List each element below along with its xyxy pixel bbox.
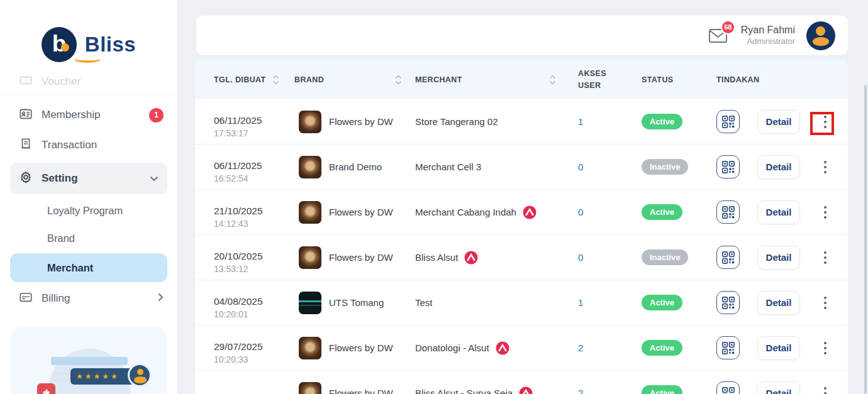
status-cell: Active [637,340,708,356]
merchant-cell: Store Tangerang 02 [415,116,569,127]
status-cell: Active [637,385,708,394]
red-chevron-badge-icon [464,251,478,265]
sidebar-menu: Voucher Membership 1 Transaction Setting [0,69,177,314]
logo-smile-underline [74,55,101,63]
brand-cell: Flowers by DW [292,246,415,269]
brand-thumbnail [299,246,321,269]
brand-thumbnail [299,382,321,394]
status-badge: Active [642,385,682,394]
akses-user-count: 0 [578,207,583,217]
merchant-name: Bliss Alsut - Surya Seja [415,388,513,394]
status-cell: Active [637,204,708,220]
actions-cell: Detail [708,155,848,179]
detail-button[interactable]: Detail [757,336,800,360]
sidebar-item-setting[interactable]: Setting [10,163,167,194]
kebab-menu-icon[interactable] [819,246,832,269]
date-text: 04/08/2025 [214,296,292,307]
brand-name: Flowers by DW [329,388,393,394]
notification-count-badge: 68 [721,20,735,35]
sidebar-illustration: ★★★★★ [11,327,167,394]
brand-cell: Flowers by DW [292,382,415,394]
created-date-cell: 21/10/202514:12:43 [195,196,292,229]
sidebar: b Bliss Voucher Membership 1 Transaction [0,0,178,394]
sidebar-item-transaction[interactable]: Transaction [0,130,177,160]
qr-code-button[interactable] [716,381,740,394]
user-name: Ryan Fahmi [741,24,795,36]
detail-button[interactable]: Detail [757,200,800,224]
sidebar-item-label: Voucher [42,75,164,88]
kebab-menu-icon[interactable] [819,382,832,394]
actions-cell: Detail [708,246,848,270]
chevron-right-icon [158,292,164,305]
akses-user-count: 1 [578,116,583,127]
brand-thumbnail [299,337,321,359]
qr-code-icon [722,206,735,219]
qr-code-icon [722,251,735,264]
akses-user-count: 0 [578,161,583,172]
kebab-menu-icon[interactable] [819,201,832,224]
merchant-name: Bliss Alsut [415,252,458,263]
qr-code-button[interactable] [716,110,740,133]
qr-code-button[interactable] [716,155,740,178]
actions-cell: Detail [708,381,848,394]
sidebar-item-billing[interactable]: Billing [0,283,177,314]
thumbs-up-icon [37,383,55,394]
sidebar-subitem-brand[interactable]: Brand [0,224,177,252]
qr-code-button[interactable] [716,200,740,224]
actions-cell: Detail [708,336,848,360]
brand-thumbnail [299,111,321,133]
time-text: 14:12:43 [214,219,292,229]
subitem-label: Brand [47,233,75,244]
status-badge: Active [642,295,682,310]
qr-code-button[interactable] [716,336,740,359]
detail-button[interactable]: Detail [757,291,800,315]
brand-name: Flowers by DW [329,207,393,217]
date-text: 06/11/2025 [214,115,292,126]
status-badge: Active [642,114,682,129]
brand-cell: Brand Demo [292,156,415,178]
chevron-down-icon [150,172,159,185]
kebab-menu-icon[interactable] [819,156,832,178]
sidebar-subitem-loyalty-program[interactable]: Loyalty Program [0,197,177,224]
qr-code-button[interactable] [716,246,740,269]
merchant-cell: Merchant Cabang Indah [415,205,569,219]
sidebar-item-membership[interactable]: Membership 1 [0,100,177,130]
status-badge: Inactive [642,159,688,175]
kebab-menu-icon[interactable] [819,111,832,133]
sort-arrows-icon[interactable] [272,75,279,85]
kebab-menu-icon[interactable] [819,337,832,359]
status-cell: Inactive [637,249,708,265]
notifications-button[interactable]: 68 [708,28,730,44]
detail-button[interactable]: Detail [757,246,800,270]
qr-code-button[interactable] [716,291,740,314]
akses-user-cell: 2 [569,342,637,353]
akses-user-cell: 1 [569,116,637,127]
column-label: BRAND [294,75,324,84]
qr-code-icon [722,297,735,309]
kebab-menu-icon[interactable] [819,292,832,314]
detail-button[interactable]: Detail [757,110,800,134]
table-row: 06/11/202517:53:17Flowers by DWStore Tan… [195,99,848,145]
qr-code-icon [722,116,735,128]
date-text: 29/07/2025 [214,341,292,353]
table-row: 10/07/2025Flowers by DWBliss Alsut - Sur… [195,371,848,394]
sort-arrows-icon[interactable] [395,75,402,85]
red-chevron-badge-icon [523,205,537,219]
sidebar-item-voucher[interactable]: Voucher [0,69,177,94]
user-avatar[interactable] [806,21,835,50]
brand-cell: Flowers by DW [292,201,415,224]
vertical-scrollbar[interactable] [864,85,867,394]
created-date-cell: 20/10/202513:53:12 [195,241,292,274]
brand-name: UTS Tomang [329,297,384,308]
created-date-cell: 06/11/202517:53:17 [195,106,292,138]
sort-arrows-icon[interactable] [549,75,556,85]
merchant-cell: Donatologi - Alsut [415,341,569,355]
status-cell: Active [637,114,708,129]
detail-button[interactable]: Detail [757,381,800,394]
sidebar-subitem-merchant[interactable]: Merchant [10,253,167,282]
date-text: 06/11/2025 [214,160,292,172]
detail-button[interactable]: Detail [757,155,800,179]
akses-user-cell: 0 [569,207,637,217]
actions-cell: Detail [708,110,848,134]
qr-code-icon [722,342,735,354]
